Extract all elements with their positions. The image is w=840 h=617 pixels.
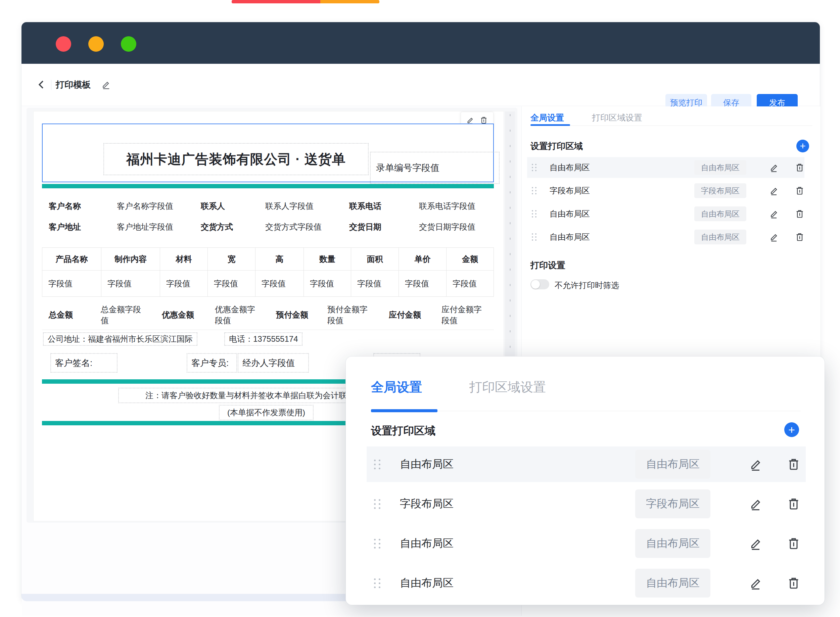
delete-area-icon[interactable] bbox=[787, 497, 800, 511]
delete-area-icon[interactable] bbox=[787, 458, 800, 471]
edit-area-icon[interactable] bbox=[749, 497, 763, 511]
page-title: 打印模板 bbox=[56, 78, 91, 91]
add-print-area-button[interactable]: + bbox=[796, 140, 809, 152]
drag-handle-icon[interactable] bbox=[532, 210, 537, 217]
info-label: 联系人 bbox=[201, 201, 225, 211]
drag-handle-icon[interactable] bbox=[532, 164, 537, 171]
product-table-header-row: 产品名称 制作内容 材料 宽 高 数量 面积 单价 金额 bbox=[42, 248, 494, 270]
overlay-print-area-row[interactable]: 自由布局区 自由布局区 bbox=[367, 526, 806, 561]
area-name: 字段布局区 bbox=[549, 185, 590, 196]
note-field-1[interactable]: 注：请客户验收好数量与材料并签收本单据白联为会计联 bbox=[118, 388, 374, 403]
overlay-print-area-row[interactable]: 字段布局区 字段布局区 bbox=[367, 486, 806, 522]
order-number-field[interactable]: 录单编号字段值 bbox=[370, 152, 500, 184]
drag-handle-icon[interactable] bbox=[374, 459, 381, 469]
delete-area-icon[interactable] bbox=[787, 537, 800, 550]
edit-area-icon[interactable] bbox=[769, 232, 779, 242]
screen: 打印模板 预览打印 保存 发布 福州卡迪广告装饰有限公司 · 送货单 录单编号字… bbox=[0, 0, 840, 617]
edit-area-icon[interactable] bbox=[769, 186, 779, 195]
total-value: 优惠金额字段值 bbox=[215, 300, 262, 329]
filter-toggle[interactable] bbox=[530, 279, 549, 289]
delete-area-icon[interactable] bbox=[795, 163, 805, 172]
drag-handle-icon[interactable] bbox=[532, 187, 537, 194]
cell-value: 字段值 bbox=[351, 270, 399, 297]
agent-value-text: 经办人字段值 bbox=[242, 357, 295, 369]
info-label: 交货方式 bbox=[201, 221, 233, 232]
edit-area-icon[interactable] bbox=[749, 576, 763, 590]
page-header: 打印模板 预览打印 保存 发布 bbox=[22, 64, 820, 106]
cell-value: 字段值 bbox=[399, 270, 447, 297]
overlay-add-print-area-button[interactable]: + bbox=[784, 422, 799, 437]
toggle-label: 不允许打印时筛选 bbox=[555, 280, 619, 291]
totals-divider bbox=[42, 330, 494, 330]
product-table[interactable]: 产品名称 制作内容 材料 宽 高 数量 面积 单价 金额 字段值 字段值 字段值… bbox=[42, 247, 494, 297]
back-icon[interactable] bbox=[35, 78, 48, 91]
toggle-knob bbox=[531, 280, 540, 289]
section-title-print-settings: 打印设置 bbox=[530, 260, 565, 271]
company-phone-text: 电话：1375555174 bbox=[229, 334, 298, 344]
area-type-tag: 自由布局区 bbox=[635, 569, 710, 598]
cell-value: 字段值 bbox=[255, 270, 304, 297]
area-name: 自由布局区 bbox=[549, 162, 590, 173]
drag-handle-icon[interactable] bbox=[374, 499, 381, 509]
area-type-tag: 字段布局区 bbox=[694, 183, 746, 198]
overlay-active-tab-underline bbox=[371, 409, 437, 412]
window-close-button[interactable] bbox=[56, 36, 71, 52]
print-area-row[interactable]: 字段布局区 字段布局区 bbox=[527, 180, 805, 201]
order-number-text: 录单编号字段值 bbox=[376, 162, 440, 174]
edit-area-icon[interactable] bbox=[749, 458, 763, 471]
col-header: 数量 bbox=[304, 248, 351, 270]
agent-value-field[interactable]: 经办人字段值 bbox=[238, 353, 309, 373]
area-name: 字段布局区 bbox=[400, 496, 453, 511]
delete-area-icon[interactable] bbox=[795, 209, 805, 218]
drag-handle-icon[interactable] bbox=[532, 233, 537, 241]
col-header: 金额 bbox=[447, 248, 494, 270]
area-type-tag: 自由布局区 bbox=[635, 529, 710, 558]
company-title-field[interactable]: 福州卡迪广告装饰有限公司 · 送货单 bbox=[103, 143, 369, 175]
note-field-2[interactable]: (本单据不作发票使用) bbox=[219, 405, 314, 420]
col-header: 宽 bbox=[208, 248, 255, 270]
edit-area-icon[interactable] bbox=[769, 209, 779, 218]
info-label: 联系电话 bbox=[349, 201, 381, 211]
area-name: 自由布局区 bbox=[400, 536, 453, 551]
company-title-text: 福州卡迪广告装饰有限公司 · 送货单 bbox=[126, 150, 346, 168]
area-type-tag: 自由布局区 bbox=[694, 230, 746, 244]
delete-area-icon[interactable] bbox=[787, 576, 800, 590]
tab-global-settings[interactable]: 全局设置 bbox=[530, 112, 564, 123]
overlay-print-area-row[interactable]: 自由布局区 自由布局区 bbox=[367, 565, 806, 601]
info-label: 交货日期 bbox=[349, 221, 381, 232]
area-type-tag: 自由布局区 bbox=[694, 160, 746, 175]
area-type-tag: 自由布局区 bbox=[694, 207, 746, 221]
total-value: 预付金额字段值 bbox=[327, 300, 374, 329]
print-area-row[interactable]: 自由布局区 自由布局区 bbox=[527, 227, 805, 247]
total-label: 预付金额 bbox=[276, 300, 308, 329]
total-label: 总金额 bbox=[49, 300, 73, 329]
edit-area-icon[interactable] bbox=[769, 163, 779, 172]
area-type-tag: 字段布局区 bbox=[635, 489, 710, 518]
zoomed-settings-card: 全局设置 打印区域设置 设置打印区域 + 自由布局区 自由布局区 字段布局区 字… bbox=[346, 357, 825, 605]
delete-block-icon[interactable] bbox=[480, 116, 488, 124]
edit-block-icon[interactable] bbox=[467, 116, 474, 124]
tab-print-region-settings[interactable]: 打印区域设置 bbox=[592, 112, 642, 123]
customer-signature-field[interactable]: 客户签名: bbox=[50, 353, 118, 373]
info-value: 交货方式字段值 bbox=[265, 221, 322, 232]
company-address-field[interactable]: 公司地址：福建省福州市长乐区滨江国际 bbox=[43, 332, 198, 346]
company-phone-field[interactable]: 电话：1375555174 bbox=[224, 332, 303, 346]
teal-divider-bar-1[interactable] bbox=[42, 184, 494, 188]
background-window-edge bbox=[232, 0, 379, 3]
overlay-tab-print-region-settings[interactable]: 打印区域设置 bbox=[469, 379, 546, 396]
drag-handle-icon[interactable] bbox=[374, 539, 381, 549]
delete-area-icon[interactable] bbox=[795, 186, 805, 195]
window-zoom-button[interactable] bbox=[121, 36, 136, 52]
print-area-row[interactable]: 自由布局区 自由布局区 bbox=[527, 157, 805, 178]
edit-title-icon[interactable] bbox=[101, 80, 111, 89]
agent-label-field[interactable]: 客户专员: bbox=[187, 353, 237, 373]
note-text-2: (本单据不作发票使用) bbox=[227, 407, 305, 418]
overlay-tab-global-settings[interactable]: 全局设置 bbox=[371, 379, 422, 396]
print-area-row[interactable]: 自由布局区 自由布局区 bbox=[527, 204, 805, 224]
overlay-print-area-row[interactable]: 自由布局区 自由布局区 bbox=[367, 446, 806, 482]
delete-area-icon[interactable] bbox=[795, 232, 805, 242]
edit-area-icon[interactable] bbox=[749, 537, 763, 550]
drag-handle-icon[interactable] bbox=[374, 579, 381, 588]
window-minimize-button[interactable] bbox=[88, 36, 104, 52]
col-header: 单价 bbox=[399, 248, 447, 270]
